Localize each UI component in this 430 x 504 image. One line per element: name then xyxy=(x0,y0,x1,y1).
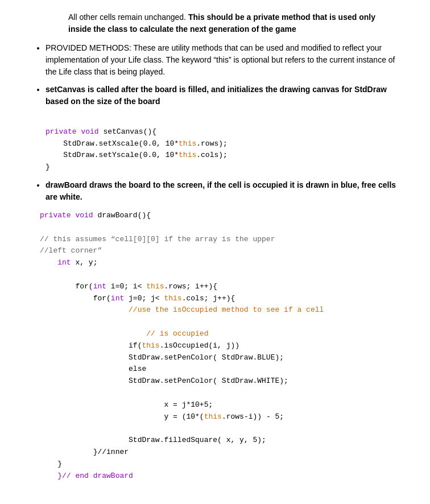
db-this-cols: this xyxy=(164,294,181,303)
db-isocc-call: .isOccupied(i, j)) xyxy=(160,341,239,350)
db-xy: x, y; xyxy=(71,258,98,267)
db-inner-comment: //inner xyxy=(97,448,129,456)
db-inner-close: } xyxy=(75,448,97,456)
sc-void: void xyxy=(77,127,99,136)
db-set-blue: StdDraw.setPenColor( StdDraw.BLUE); xyxy=(129,353,284,362)
db-this-rows1: this xyxy=(146,282,164,291)
db-filled-sq: StdDraw.filledSquare( x, y, 5); xyxy=(129,436,266,444)
sc-this1: this xyxy=(179,139,196,148)
db-int: int xyxy=(57,258,71,267)
db-else-kw: else xyxy=(93,365,147,373)
db-is-occ-comment: // is occupied xyxy=(93,329,209,338)
bullet-draw-board: drawBoard draws the board to the screen,… xyxy=(46,179,407,203)
db-if-kw: if( xyxy=(93,341,142,350)
db-comment2: //left corner” xyxy=(40,246,102,255)
sc-private: private xyxy=(46,127,77,136)
sc-sig: setCanvas(){ xyxy=(99,127,156,136)
intro-text: All other cells remain unchanged. This s… xyxy=(68,11,407,35)
db-set-white: StdDraw.setPenColor( StdDraw.WHITE); xyxy=(129,377,288,385)
db-y-assign-post: .rows-i)) - 5; xyxy=(222,412,284,421)
sc-this2: this xyxy=(179,151,196,159)
db-sig: drawBoard(){ xyxy=(93,211,151,220)
db-this-rows2: this xyxy=(204,412,222,421)
db-for2-body: j=0; j< xyxy=(124,294,164,303)
db-this-isocc: this xyxy=(142,341,159,350)
draw-board-bullet-list: drawBoard draws the board to the screen,… xyxy=(46,179,407,203)
intro-line1-bold: This should be a private method that is … xyxy=(188,13,375,22)
draw-board-code: private void drawBoard(){ // this assume… xyxy=(40,210,407,482)
set-canvas-text: setCanvas is called after the board is f… xyxy=(46,85,387,106)
intro-line1-normal: All other cells remain unchanged. xyxy=(68,13,188,22)
bullet-set-canvas: setCanvas is called after the board is f… xyxy=(46,84,407,108)
db-for2-kw: for( xyxy=(75,294,110,303)
db-int2: int xyxy=(111,294,124,303)
db-private: private xyxy=(40,211,71,220)
db-x-assign: x = j*10+5; xyxy=(164,400,213,409)
db-y-assign-pre: y = (10*( xyxy=(164,412,204,421)
db-void: void xyxy=(71,211,93,220)
db-for2-cols: .cols; j++){ xyxy=(182,294,235,303)
db-comment1: // this assumes “cell[0][0] if the array… xyxy=(40,235,275,243)
set-canvas-code: private void setCanvas(){ StdDraw.setXsc… xyxy=(46,114,407,173)
db-for1-body: i=0; i< xyxy=(106,282,146,291)
db-int1: int xyxy=(93,282,106,291)
intro-line2-bold: inside the class to calculate the next g… xyxy=(68,24,296,34)
bullet-list: PROVIDED METHODS: These are utility meth… xyxy=(46,42,407,108)
db-for1-close: } xyxy=(57,460,62,468)
bullet-provided-methods: PROVIDED METHODS: These are utility meth… xyxy=(46,42,407,78)
provided-methods-text: PROVIDED METHODS: These are utility meth… xyxy=(46,43,395,76)
db-use-comment: //use the isOccupied method to see if a … xyxy=(93,305,324,314)
db-for1-kw: for( xyxy=(57,282,93,291)
db-end-comment: }// end drawBoard xyxy=(57,472,133,480)
db-for1-rows: .rows; i++){ xyxy=(164,282,217,291)
draw-board-text: drawBoard draws the board to the screen,… xyxy=(46,180,396,201)
